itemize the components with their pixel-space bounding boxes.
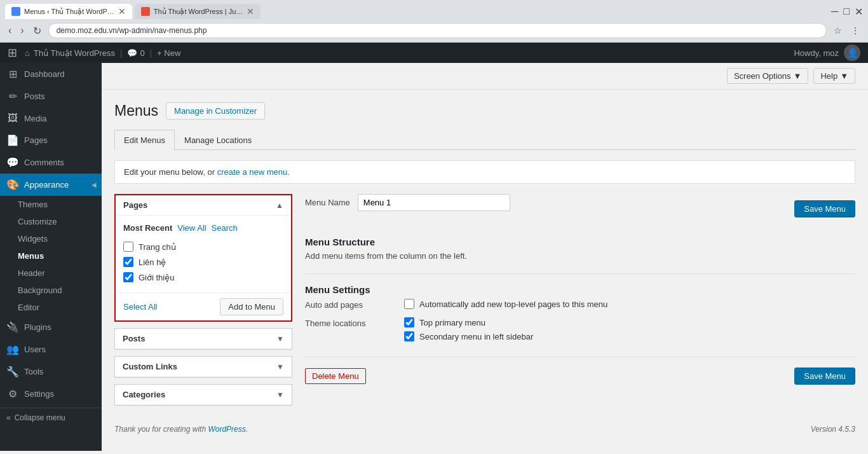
tab-favicon-2	[141, 7, 150, 16]
settings-button[interactable]: ⋮	[848, 24, 863, 37]
sidebar-item-widgets[interactable]: Widgets	[0, 230, 102, 247]
settings-icon: ⚙	[6, 388, 19, 400]
browser-address-bar: ‹ › ↻ ☆ ⋮	[0, 19, 868, 42]
bookmark-button[interactable]: ☆	[831, 24, 845, 37]
pages-icon: 📄	[6, 134, 19, 146]
home-icon: ⌂	[25, 48, 30, 58]
categories-accordion-header[interactable]: Categories ▼	[115, 385, 292, 405]
sidebar-item-appearance[interactable]: 🎨 Appearance	[0, 174, 102, 196]
pages-accordion: Pages ▲ Most Recent View All Search	[114, 194, 292, 322]
sidebar-item-menus[interactable]: Menus	[0, 247, 102, 265]
tab-edit-menus[interactable]: Edit Menus	[114, 130, 175, 150]
tab-manage-locations[interactable]: Manage Locations	[175, 130, 261, 150]
help-label: Help	[820, 71, 837, 81]
theme-locations-label: Theme locations	[305, 317, 394, 328]
sidebar-item-dashboard[interactable]: ⊞ Dashboard	[0, 63, 102, 85]
menu-actions-row: Delete Menu Save Menu	[305, 357, 855, 385]
sidebar-item-plugins[interactable]: 🔌 Plugins	[0, 316, 102, 338]
info-text: Edit your menu below, or	[124, 167, 215, 177]
add-to-menu-button[interactable]: Add to Menu	[220, 298, 283, 315]
sidebar-label-pages: Pages	[24, 135, 48, 145]
secondary-menu-text: Secondary menu in left sidebar	[419, 332, 533, 341]
url-actions: ☆ ⋮	[831, 24, 863, 37]
auto-add-pages-checkbox[interactable]	[404, 299, 414, 309]
sidebar-label-posts: Posts	[24, 92, 45, 101]
topbar-comments[interactable]: 💬 0	[127, 48, 144, 58]
top-primary-menu-checkbox[interactable]	[404, 317, 414, 327]
sidebar-item-tools[interactable]: 🔧 Tools	[0, 361, 102, 383]
wp-topbar: ⊞ ⌂ Thủ Thuật WordPress | 💬 0 | + New Ho…	[0, 43, 868, 63]
posts-accordion-title: Posts	[123, 334, 145, 343]
site-name-text: Thủ Thuật WordPress	[34, 48, 115, 58]
create-new-menu-link[interactable]: create a new menu.	[217, 167, 290, 177]
secondary-menu-checkbox[interactable]	[404, 331, 414, 341]
subtab-view-all[interactable]: View All	[177, 223, 206, 233]
minimize-btn[interactable]: ─	[831, 6, 838, 17]
sidebar-item-background[interactable]: Background	[0, 282, 102, 299]
pages-accordion-header[interactable]: Pages ▲	[116, 195, 291, 216]
collapse-label: Collapse menu	[15, 413, 65, 422]
save-menu-button-bottom[interactable]: Save Menu	[794, 368, 855, 385]
page-checkbox-gioi-thieu[interactable]	[123, 272, 133, 282]
screen-options-button[interactable]: Screen Options ▼	[727, 68, 808, 84]
forward-button[interactable]: ›	[17, 24, 27, 38]
browser-tab-inactive[interactable]: Thủ Thuật WordPress | Ju… ✕	[135, 4, 261, 19]
browser-title-bar: Menus ‹ Thủ Thuật WordP… ✕ Thủ Thuật Wor…	[0, 0, 868, 19]
sidebar-item-customize[interactable]: Customize	[0, 213, 102, 230]
url-bar[interactable]	[48, 23, 827, 38]
sidebar-label-customize: Customize	[18, 217, 57, 226]
page-checkbox-trang-chu[interactable]	[123, 242, 133, 252]
maximize-btn[interactable]: □	[843, 6, 850, 17]
sidebar-item-editor[interactable]: Editor	[0, 299, 102, 316]
wp-content: Menus Manage in Customizer Edit Menus Ma…	[102, 90, 868, 446]
select-all-link[interactable]: Select All	[123, 302, 157, 312]
page-title-row: Menus Manage in Customizer	[114, 102, 855, 120]
auto-add-pages-text: Automatically add new top-level pages to…	[419, 299, 607, 309]
tools-icon: 🔧	[6, 366, 19, 378]
auto-add-pages-controls: Automatically add new top-level pages to…	[404, 299, 607, 309]
sidebar-item-comments[interactable]: 💬 Comments	[0, 151, 102, 174]
sidebar-item-pages[interactable]: 📄 Pages	[0, 129, 102, 151]
menu-name-input[interactable]	[358, 194, 510, 211]
custom-links-accordion-header[interactable]: Custom Links ▼	[115, 357, 292, 377]
reload-button[interactable]: ↻	[30, 24, 44, 38]
tab-close-active[interactable]: ✕	[118, 7, 126, 16]
sidebar-item-media[interactable]: 🖼 Media	[0, 107, 102, 129]
close-btn[interactable]: ✕	[855, 6, 863, 18]
categories-accordion-arrow-icon: ▼	[276, 390, 284, 399]
sidebar-label-dashboard: Dashboard	[24, 69, 65, 79]
topbar-new[interactable]: + New	[157, 48, 180, 58]
pages-accordion-footer: Select All Add to Menu	[116, 292, 291, 320]
delete-menu-link[interactable]: Delete Menu	[305, 368, 366, 384]
posts-icon: ✏	[6, 90, 19, 102]
page-checkbox-lien-he[interactable]	[123, 257, 133, 267]
sidebar-item-users[interactable]: 👥 Users	[0, 338, 102, 361]
sidebar-item-themes[interactable]: Themes	[0, 196, 102, 213]
collapse-menu-btn[interactable]: « Collapse menu	[0, 408, 102, 427]
sidebar-item-settings[interactable]: ⚙ Settings	[0, 383, 102, 405]
footer-version: Version 4.5.3	[811, 425, 855, 434]
topbar-sep2: |	[150, 48, 152, 58]
plugins-icon: 🔌	[6, 321, 19, 333]
sidebar-label-users: Users	[24, 345, 46, 354]
sidebar-label-tools: Tools	[24, 367, 43, 376]
browser-tab-active[interactable]: Menus ‹ Thủ Thuật WordP… ✕	[5, 4, 132, 19]
sidebar-item-posts[interactable]: ✏ Posts	[0, 85, 102, 107]
subtab-most-recent[interactable]: Most Recent	[123, 223, 172, 233]
sidebar-item-header[interactable]: Header	[0, 265, 102, 282]
tab-close-inactive[interactable]: ✕	[247, 7, 254, 16]
manage-customizer-button[interactable]: Manage in Customizer	[166, 102, 265, 120]
secondary-menu-item: Secondary menu in left sidebar	[404, 331, 533, 341]
window-controls: ─ □ ✕	[831, 6, 863, 18]
back-button[interactable]: ‹	[5, 24, 15, 38]
site-name[interactable]: ⌂ Thủ Thuật WordPress	[25, 48, 115, 58]
footer-wp-link[interactable]: WordPress.	[208, 425, 248, 434]
pages-accordion-body: Most Recent View All Search Trang chủ	[116, 216, 291, 292]
help-button[interactable]: Help ▼	[813, 68, 855, 84]
categories-accordion: Categories ▼	[114, 384, 292, 406]
save-menu-button-top[interactable]: Save Menu	[794, 200, 855, 217]
posts-accordion-header[interactable]: Posts ▼	[115, 329, 292, 349]
menu-name-row-outer: Menu Name Save Menu	[305, 194, 855, 224]
footer-thank-you-text: Thank you for creating with	[114, 425, 206, 434]
subtab-search[interactable]: Search	[212, 223, 238, 233]
